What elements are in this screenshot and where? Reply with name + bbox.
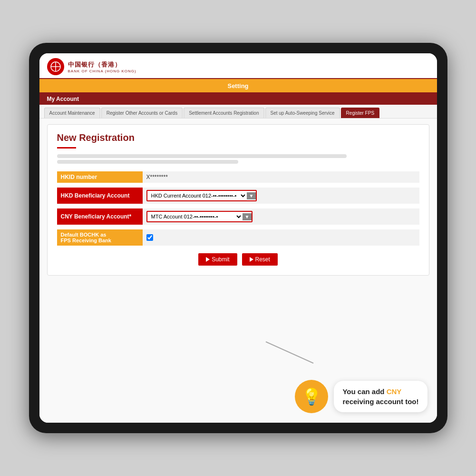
- hkd-label: HKD Beneficiary Account: [57, 188, 143, 204]
- cny-beneficiary-row: CNY Beneficiary Account* MTC Account 012…: [57, 208, 419, 225]
- default-bochk-row: Default BOCHK asFPS Receiving Bank: [57, 229, 419, 246]
- tab-auto-sweeping[interactable]: Set up Auto-Sweeping Service: [265, 108, 340, 118]
- lightbulb-emoji: 💡: [301, 387, 321, 406]
- tabs-bar: Account Maintenance Register Other Accou…: [39, 105, 437, 119]
- logo-chinese: 中国银行（香港）: [68, 60, 136, 69]
- cny-select[interactable]: MTC Account 012-••-••••••••-•: [147, 212, 243, 221]
- callout-bubble: You can add CNYreceiving account too!: [334, 381, 427, 412]
- logo-english: BANK OF CHINA (HONG KONG): [68, 69, 136, 73]
- cny-select-wrapper[interactable]: MTC Account 012-••-••••••••-• ▼: [146, 211, 253, 222]
- hkd-select-wrapper[interactable]: HKD Current Account 012-••-••••••••-• ▼: [146, 190, 257, 201]
- hkid-row: HKID number X********: [57, 171, 419, 183]
- form-table: HKID number X******** HKD Beneficiary Ac…: [57, 171, 419, 246]
- tablet-frame: 中国银行（香港） BANK OF CHINA (HONG KONG) Setti…: [29, 43, 447, 433]
- callout-area: 💡 You can add CNYreceiving account too!: [295, 380, 427, 413]
- hkid-value: X********: [143, 171, 419, 183]
- callout-arrow-svg: [261, 337, 318, 366]
- tab-settlement[interactable]: Settlement Accounts Registration: [184, 108, 264, 118]
- progress-bar-2: [57, 160, 238, 164]
- progress-bar-1: [57, 154, 347, 158]
- default-bochk-cell: [143, 229, 419, 246]
- lightbulb-icon: 💡: [295, 380, 328, 413]
- hkd-beneficiary-row: HKD Beneficiary Account HKD Current Acco…: [57, 188, 419, 204]
- progress-bars: [57, 154, 419, 164]
- header: 中国银行（香港） BANK OF CHINA (HONG KONG): [39, 53, 437, 79]
- checkbox-cell: [146, 234, 416, 241]
- setting-nav: Setting: [39, 79, 437, 92]
- tab-account-maintenance[interactable]: Account Maintenance: [44, 108, 100, 118]
- form-card: New Registration HKID number X********: [47, 124, 429, 276]
- main-content: New Registration HKID number X********: [39, 119, 437, 423]
- default-bochk-checkbox[interactable]: [146, 234, 153, 241]
- callout-too: too!: [403, 397, 418, 406]
- reset-icon: [250, 257, 253, 262]
- callout-receiving: receiving account: [342, 397, 403, 406]
- reset-button[interactable]: Reset: [242, 253, 278, 266]
- boc-logo-icon: [47, 58, 64, 75]
- logo-text: 中国银行（香港） BANK OF CHINA (HONG KONG): [68, 60, 136, 73]
- submit-button[interactable]: Submit: [198, 253, 237, 266]
- logo-area: 中国银行（香港） BANK OF CHINA (HONG KONG): [47, 58, 429, 75]
- svg-line-4: [266, 342, 313, 363]
- submit-icon: [206, 257, 210, 262]
- cny-value-cell: MTC Account 012-••-••••••••-• ▼: [143, 208, 419, 225]
- cny-dropdown-icon: ▼: [243, 213, 252, 220]
- form-buttons: Submit Reset: [57, 253, 419, 266]
- reset-label: Reset: [255, 256, 270, 263]
- tab-register-other[interactable]: Register Other Accounts or Cards: [101, 108, 183, 118]
- my-account-label: My Account: [47, 96, 79, 102]
- setting-label: Setting: [227, 82, 248, 89]
- submit-label: Submit: [212, 256, 229, 263]
- default-bochk-label: Default BOCHK asFPS Receiving Bank: [57, 229, 143, 246]
- hkid-label: HKID number: [57, 171, 143, 183]
- callout-cny: CNY: [387, 387, 402, 396]
- cny-label: CNY Beneficiary Account*: [57, 208, 143, 225]
- hkd-dropdown-icon: ▼: [247, 192, 256, 199]
- tablet-screen: 中国银行（香港） BANK OF CHINA (HONG KONG) Setti…: [39, 53, 437, 423]
- title-underline: [57, 147, 76, 149]
- hkd-value-cell: HKD Current Account 012-••-••••••••-• ▼: [143, 188, 419, 204]
- callout-text-before: You can add: [342, 387, 386, 396]
- my-account-bar: My Account: [39, 92, 437, 105]
- tab-register-fps[interactable]: Register FPS: [341, 108, 379, 118]
- form-title: New Registration: [57, 132, 419, 143]
- hkd-select[interactable]: HKD Current Account 012-••-••••••••-•: [147, 191, 247, 200]
